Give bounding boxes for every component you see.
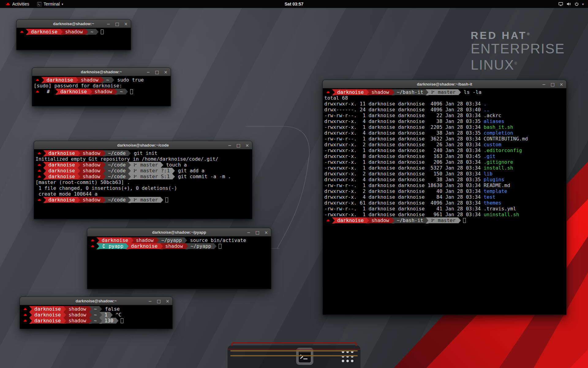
rhel-logo: RED HAT® ENTERPRISE LINUX®	[471, 29, 565, 72]
terminal-line: drwx------. 24 darknoise darknoise 4096 …	[324, 107, 565, 113]
minimize-button[interactable]: −	[146, 70, 150, 74]
seg-out: drwxrwxr-x. 61 darknoise darknoise 4096 …	[324, 200, 484, 206]
seg-user: darknoise	[335, 89, 366, 95]
seg-out: drwxrwxr-x. 2 darknoise darknoise 150 Ja…	[324, 171, 484, 177]
close-button[interactable]: ×	[560, 82, 563, 86]
seg-path: ~/bash-it	[394, 89, 426, 95]
brand-line3: LINUX	[471, 57, 514, 73]
terminal-line: [sudo] password for darknoise:	[34, 83, 169, 89]
app-menu-terminal[interactable]: Terminal ▾	[34, 0, 66, 8]
seg-host: shadow	[66, 312, 89, 318]
fedora-icon	[36, 162, 43, 168]
dock	[228, 345, 360, 368]
terminal-line: darknoiseshadow~/bash-it master	[324, 217, 565, 223]
seg-out: install.sh	[484, 165, 513, 171]
titlebar[interactable]: darknoise@shadow:~/code − □ ×	[34, 141, 252, 149]
seg-user: darknoise	[335, 217, 366, 223]
powerline-separator	[116, 318, 119, 324]
seg-out: .git	[484, 153, 496, 159]
brand-line1: RED HAT	[471, 29, 527, 41]
minimize-button[interactable]: −	[247, 230, 251, 235]
powerline-separator	[111, 77, 114, 83]
powerline-separator	[103, 162, 106, 168]
maximize-button[interactable]: □	[157, 299, 161, 303]
powerline-separator	[172, 168, 175, 174]
seg-out: test	[484, 194, 496, 200]
terminal-content[interactable]: darknoiseshadow~	[17, 28, 131, 50]
dock-files[interactable]	[275, 348, 292, 365]
close-button[interactable]: ×	[264, 230, 268, 235]
seg-out: -rwxrwxr-x. 1 darknoise darknoise 206 Ja…	[324, 159, 484, 165]
powerline-separator	[29, 306, 32, 312]
terminal-content[interactable]: darknoiseshadow~/pyapp source bin/activa…	[87, 236, 271, 289]
seg-out: custom	[484, 142, 501, 148]
seg-out: template	[484, 188, 507, 194]
fedora-icon	[36, 174, 43, 179]
seg-user: darknoise	[129, 243, 160, 249]
powerline-separator	[89, 318, 92, 324]
activities-button[interactable]: Activities	[2, 0, 32, 8]
maximize-button[interactable]: □	[155, 70, 159, 74]
terminal-content[interactable]: darknoiseshadow~/bash-it master ls -lato…	[323, 88, 566, 315]
seg-out: themes	[484, 200, 501, 206]
powerline-separator	[26, 29, 28, 35]
seg-path: ~/code	[106, 197, 128, 203]
minimize-button[interactable]: −	[228, 143, 232, 148]
window-home-1: darknoise@shadow:~ − □ × darknoiseshadow…	[16, 19, 131, 50]
seg-path: ~	[92, 306, 100, 312]
titlebar[interactable]: darknoise@shadow:~ − □ ×	[20, 297, 172, 305]
terminal-line: # darknoiseshadow~	[34, 89, 169, 94]
minimize-button[interactable]: −	[148, 299, 152, 303]
close-button[interactable]: ×	[245, 143, 249, 148]
seg-out: -rw-rw-r--. 1 darknoise darknoise 3622 J…	[324, 136, 528, 142]
fedora-icon	[36, 168, 43, 174]
terminal-content[interactable]: darknoiseshadow~ sudo true[sudo] passwor…	[32, 76, 171, 106]
terminal-line: -rwxrwxr-x. 1 darknoise darknoise 206 Ja…	[324, 159, 565, 165]
powerline-separator	[128, 174, 131, 180]
close-button[interactable]: ×	[124, 22, 128, 26]
titlebar[interactable]: darknoise@shadow:~/bash-it − □ ×	[323, 80, 566, 88]
minimize-button[interactable]: −	[542, 82, 546, 86]
powerline-separator	[366, 217, 369, 224]
powerline-separator	[29, 312, 32, 318]
titlebar[interactable]: darknoise@shadow:~ − □ ×	[32, 68, 171, 76]
fedora-icon	[89, 237, 96, 243]
window-exit-codes: darknoise@shadow:~ − □ × darknoiseshadow…	[20, 297, 173, 329]
maximize-button[interactable]: □	[115, 22, 119, 26]
powerline-separator	[99, 312, 102, 318]
minimize-button[interactable]: −	[107, 22, 110, 26]
window-title: darknoise@shadow:~	[81, 70, 122, 74]
window-title: darknoise@shadow:~/code	[117, 143, 169, 148]
terminal-line: drwxrwxr-x. 2 darknoise darknoise 26 Jan…	[324, 142, 565, 148]
seg-user: darknoise	[46, 162, 77, 168]
branch-icon: master ?:1	[131, 168, 172, 174]
seg-cmd: source bin/activate	[187, 237, 246, 243]
titlebar[interactable]: darknoise@shadow:~ − □ ×	[17, 20, 131, 28]
powerline-separator	[89, 312, 92, 318]
terminal-content[interactable]: darknoiseshadow~ falsedarknoiseshadow~1 …	[20, 305, 172, 329]
seg-out: drwxrwxr-x. 11 darknoise darknoise 4096 …	[324, 101, 484, 107]
maximize-button[interactable]: □	[255, 230, 259, 235]
powerline-separator	[96, 237, 99, 243]
window-pyapp: darknoise@shadow:~/pyapp − □ × darknoise…	[87, 228, 271, 289]
terminal-content[interactable]: darknoiseshadow~/code git initInitialize…	[34, 149, 252, 219]
powerline-separator	[101, 77, 104, 83]
powerline-separator	[60, 29, 63, 35]
seg-root: #	[41, 89, 55, 94]
close-button[interactable]: ×	[164, 70, 168, 74]
clock[interactable]: Sat 03:57	[285, 2, 303, 6]
maximize-button[interactable]: □	[551, 82, 555, 86]
terminal-line: -rw-rw-r--. 1 darknoise darknoise 22 Jan…	[324, 113, 565, 118]
terminal-line: darknoiseshadow~/pyapp source bin/activa…	[89, 237, 270, 243]
seg-host: shadow	[134, 237, 156, 243]
system-menu[interactable]: ▾	[556, 0, 586, 8]
terminal-cursor	[121, 318, 123, 323]
close-button[interactable]: ×	[166, 299, 169, 303]
seg-cmd: sudo true	[114, 77, 144, 83]
seg-out: completion	[484, 130, 513, 136]
power-icon	[574, 2, 579, 6]
seg-cmd: ls -la	[461, 89, 481, 95]
maximize-button[interactable]: □	[236, 143, 240, 148]
titlebar[interactable]: darknoise@shadow:~/pyapp − □ ×	[87, 228, 271, 236]
focused-app-label: Terminal	[43, 2, 60, 6]
